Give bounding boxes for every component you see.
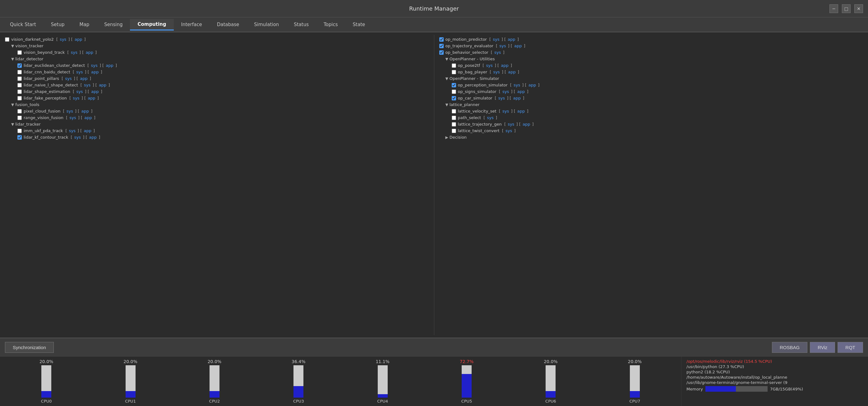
op-pose2tf-sys-link[interactable]: sys xyxy=(485,63,493,68)
vision-tracker-triangle[interactable]: ▼ xyxy=(11,44,14,48)
vision-beyond-track-checkbox[interactable] xyxy=(18,50,22,55)
lidar-naive-lshape-app-link[interactable]: app xyxy=(98,83,107,87)
vision-darknet-yolo2-app-link[interactable]: app xyxy=(74,37,83,42)
lidar-point-pillars-app-link[interactable]: app xyxy=(79,76,88,81)
op-signs-simulator-sys-link[interactable]: sys xyxy=(502,89,509,94)
lidar-naive-lshape-checkbox[interactable] xyxy=(18,83,22,87)
vision-darknet-yolo2-checkbox[interactable] xyxy=(5,37,9,42)
menu-quick-start[interactable]: Quick Start xyxy=(2,19,43,30)
op-perception-simulator-checkbox[interactable] xyxy=(452,83,456,87)
lattice-trajectory-gen-sys-link[interactable]: sys xyxy=(507,122,515,127)
rviz-button[interactable]: RViz xyxy=(810,342,835,353)
op-trajectory-evaluator-checkbox[interactable] xyxy=(439,44,444,48)
menu-sensing[interactable]: Sensing xyxy=(97,19,130,30)
maximize-button[interactable]: □ xyxy=(842,4,850,13)
lattice-twist-convert-sys-link[interactable]: sys xyxy=(505,128,513,133)
menu-setup[interactable]: Setup xyxy=(43,19,72,30)
menu-status[interactable]: Status xyxy=(286,19,316,30)
close-button[interactable]: ✕ xyxy=(854,4,863,13)
cpu7-percent: 20.0% xyxy=(628,359,642,364)
lidar-cnn-baidu-checkbox[interactable] xyxy=(18,70,22,74)
rosbag-button[interactable]: ROSBAG xyxy=(772,342,807,353)
pixel-cloud-fusion-app-link[interactable]: app xyxy=(81,109,90,114)
menu-database[interactable]: Database xyxy=(210,19,247,30)
op-behavior-selector-checkbox[interactable] xyxy=(439,50,444,55)
lidar-euclidean-checkbox[interactable] xyxy=(18,63,22,68)
range-vision-fusion-app-link[interactable]: app xyxy=(84,115,92,120)
lidar-shape-estimation-app-link[interactable]: app xyxy=(90,89,99,94)
menu-simulation[interactable]: Simulation xyxy=(247,19,286,30)
menu-state[interactable]: State xyxy=(345,19,373,30)
op-trajectory-evaluator-sys-link[interactable]: sys xyxy=(499,43,506,48)
lattice-planner-triangle[interactable]: ▼ xyxy=(445,102,448,107)
op-pose2tf-checkbox[interactable] xyxy=(452,63,456,68)
menu-interface[interactable]: Interface xyxy=(174,19,210,30)
path-select-sys-link[interactable]: sys xyxy=(487,115,494,120)
op-trajectory-evaluator-app-link[interactable]: app xyxy=(514,43,522,48)
op-motion-predictor-sys-link[interactable]: sys xyxy=(492,37,500,42)
list-item: path_select [ sys ] xyxy=(452,115,863,121)
range-vision-fusion-checkbox[interactable] xyxy=(18,116,22,120)
list-item: pixel_cloud_fusion [ sys ] [ app ] xyxy=(18,108,429,115)
openplanner-simulator-triangle[interactable]: ▼ xyxy=(445,76,448,81)
imm-ukf-pda-track-checkbox[interactable] xyxy=(18,129,22,133)
lidar-euclidean-sys-link[interactable]: sys xyxy=(90,63,98,68)
op-signs-simulator-checkbox[interactable] xyxy=(452,90,456,94)
synchronization-button[interactable]: Synchronization xyxy=(5,342,54,353)
imm-ukf-pda-track-app-link[interactable]: app xyxy=(83,128,92,133)
fusion-tools-triangle[interactable]: ▼ xyxy=(11,102,14,107)
op-motion-predictor-checkbox[interactable] xyxy=(439,37,444,42)
lattice-velocity-set-checkbox[interactable] xyxy=(452,109,456,114)
op-car-simulator-checkbox[interactable] xyxy=(452,96,456,100)
lattice-twist-convert-checkbox[interactable] xyxy=(452,129,456,133)
menu-map[interactable]: Map xyxy=(72,19,97,30)
range-vision-fusion-sys-link[interactable]: sys xyxy=(69,115,76,120)
rqt-button[interactable]: RQT xyxy=(838,342,863,353)
vision-darknet-yolo2-sys-link[interactable]: sys xyxy=(59,37,67,42)
menu-computing[interactable]: Computing xyxy=(130,19,174,30)
minimize-button[interactable]: ─ xyxy=(830,4,838,13)
op-behavior-selector-sys-link[interactable]: sys xyxy=(494,50,501,55)
lidar-kf-contour-track-checkbox[interactable] xyxy=(18,135,22,139)
lidar-tracker-triangle[interactable]: ▼ xyxy=(11,122,14,127)
lidar-shape-estimation-sys-link[interactable]: sys xyxy=(75,89,83,94)
decision-triangle[interactable]: ▶ xyxy=(445,135,448,139)
lidar-kf-contour-track-app-link[interactable]: app xyxy=(89,135,97,139)
lidar-cnn-baidu-app-link[interactable]: app xyxy=(90,70,99,74)
lidar-kf-contour-track-sys-link[interactable]: sys xyxy=(74,135,82,139)
op-bag-player-sys-link[interactable]: sys xyxy=(492,70,500,74)
pixel-cloud-fusion-checkbox[interactable] xyxy=(18,109,22,114)
op-motion-predictor-app-link[interactable]: app xyxy=(507,37,516,42)
lidar-shape-estimation-checkbox[interactable] xyxy=(18,90,22,94)
lattice-trajectory-gen-checkbox[interactable] xyxy=(452,122,456,127)
lattice-trajectory-gen-app-link[interactable]: app xyxy=(522,122,531,127)
lidar-point-pillars-sys-link[interactable]: sys xyxy=(64,76,72,81)
op-bag-player-app-link[interactable]: app xyxy=(507,70,516,74)
op-car-simulator-app-link[interactable]: app xyxy=(513,96,521,100)
op-signs-simulator-app-link[interactable]: app xyxy=(517,89,525,94)
lidar-naive-lshape-sys-link[interactable]: sys xyxy=(83,83,91,87)
lattice-velocity-set-sys-link[interactable]: sys xyxy=(502,109,509,114)
lidar-fake-perception-checkbox[interactable] xyxy=(18,96,22,100)
lattice-velocity-set-app-link[interactable]: app xyxy=(517,109,525,114)
lidar-point-pillars-checkbox[interactable] xyxy=(18,76,22,81)
op-perception-simulator-app-link[interactable]: app xyxy=(528,83,536,87)
lidar-detector-triangle[interactable]: ▼ xyxy=(11,57,14,61)
menu-topics[interactable]: Topics xyxy=(316,19,345,30)
vision-beyond-track-app-link[interactable]: app xyxy=(85,50,94,55)
cpu2-fill xyxy=(210,391,219,398)
openplanner-utilities-triangle[interactable]: ▼ xyxy=(445,57,448,61)
lidar-euclidean-app-link[interactable]: app xyxy=(105,63,114,68)
lidar-fake-perception-app-link[interactable]: app xyxy=(87,96,96,100)
op-perception-simulator-sys-link[interactable]: sys xyxy=(513,83,521,87)
vision-beyond-track-sys-link[interactable]: sys xyxy=(70,50,78,55)
op-pose2tf-app-link[interactable]: app xyxy=(500,63,509,68)
op-bag-player-checkbox[interactable] xyxy=(452,70,456,74)
path-select-checkbox[interactable] xyxy=(452,116,456,120)
cpu7-label: CPU7 xyxy=(629,399,640,404)
imm-ukf-pda-track-sys-link[interactable]: sys xyxy=(68,128,76,133)
lidar-cnn-baidu-sys-link[interactable]: sys xyxy=(75,70,83,74)
pixel-cloud-fusion-sys-link[interactable]: sys xyxy=(66,109,74,114)
lidar-fake-perception-sys-link[interactable]: sys xyxy=(72,96,80,100)
op-car-simulator-sys-link[interactable]: sys xyxy=(498,96,505,100)
